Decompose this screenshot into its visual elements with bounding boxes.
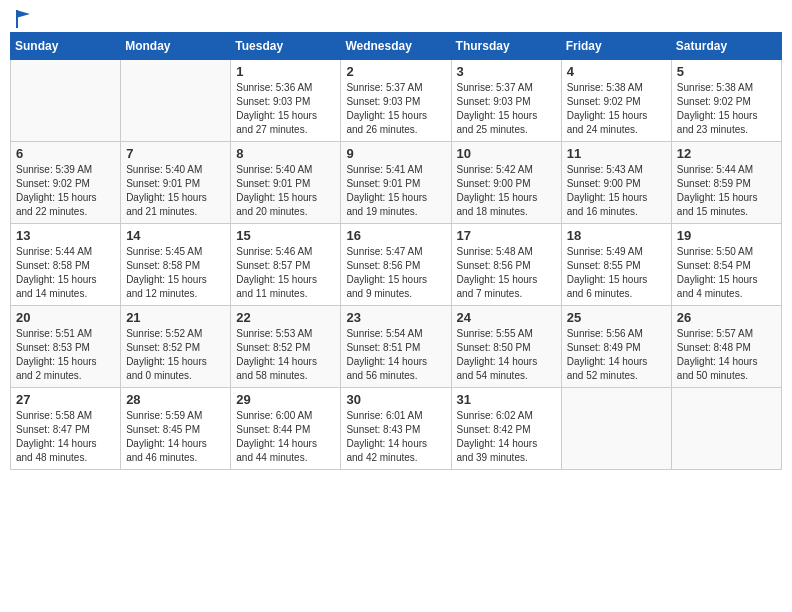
calendar-week-row: 6Sunrise: 5:39 AM Sunset: 9:02 PM Daylig… [11,142,782,224]
day-number: 18 [567,228,666,243]
day-number: 8 [236,146,335,161]
column-header-sunday: Sunday [11,33,121,60]
day-number: 17 [457,228,556,243]
day-number: 10 [457,146,556,161]
day-info: Sunrise: 5:47 AM Sunset: 8:56 PM Dayligh… [346,245,445,301]
calendar-cell: 14Sunrise: 5:45 AM Sunset: 8:58 PM Dayli… [121,224,231,306]
day-info: Sunrise: 5:43 AM Sunset: 9:00 PM Dayligh… [567,163,666,219]
day-info: Sunrise: 5:46 AM Sunset: 8:57 PM Dayligh… [236,245,335,301]
calendar-cell: 8Sunrise: 5:40 AM Sunset: 9:01 PM Daylig… [231,142,341,224]
calendar-cell: 18Sunrise: 5:49 AM Sunset: 8:55 PM Dayli… [561,224,671,306]
day-info: Sunrise: 6:01 AM Sunset: 8:43 PM Dayligh… [346,409,445,465]
column-header-tuesday: Tuesday [231,33,341,60]
calendar-cell: 20Sunrise: 5:51 AM Sunset: 8:53 PM Dayli… [11,306,121,388]
day-info: Sunrise: 5:44 AM Sunset: 8:58 PM Dayligh… [16,245,115,301]
calendar-cell [121,60,231,142]
day-info: Sunrise: 5:41 AM Sunset: 9:01 PM Dayligh… [346,163,445,219]
day-info: Sunrise: 5:58 AM Sunset: 8:47 PM Dayligh… [16,409,115,465]
day-number: 28 [126,392,225,407]
day-info: Sunrise: 5:51 AM Sunset: 8:53 PM Dayligh… [16,327,115,383]
day-number: 19 [677,228,776,243]
day-number: 26 [677,310,776,325]
svg-rect-1 [16,10,18,28]
day-number: 22 [236,310,335,325]
day-number: 9 [346,146,445,161]
calendar-cell [671,388,781,470]
calendar-cell: 16Sunrise: 5:47 AM Sunset: 8:56 PM Dayli… [341,224,451,306]
calendar-cell: 12Sunrise: 5:44 AM Sunset: 8:59 PM Dayli… [671,142,781,224]
calendar-cell: 6Sunrise: 5:39 AM Sunset: 9:02 PM Daylig… [11,142,121,224]
day-info: Sunrise: 5:57 AM Sunset: 8:48 PM Dayligh… [677,327,776,383]
day-number: 25 [567,310,666,325]
day-number: 21 [126,310,225,325]
calendar-cell: 19Sunrise: 5:50 AM Sunset: 8:54 PM Dayli… [671,224,781,306]
day-number: 1 [236,64,335,79]
day-number: 3 [457,64,556,79]
calendar-cell: 28Sunrise: 5:59 AM Sunset: 8:45 PM Dayli… [121,388,231,470]
calendar-cell: 29Sunrise: 6:00 AM Sunset: 8:44 PM Dayli… [231,388,341,470]
calendar-week-row: 27Sunrise: 5:58 AM Sunset: 8:47 PM Dayli… [11,388,782,470]
day-info: Sunrise: 5:38 AM Sunset: 9:02 PM Dayligh… [677,81,776,137]
calendar-week-row: 1Sunrise: 5:36 AM Sunset: 9:03 PM Daylig… [11,60,782,142]
calendar-cell: 13Sunrise: 5:44 AM Sunset: 8:58 PM Dayli… [11,224,121,306]
day-info: Sunrise: 5:37 AM Sunset: 9:03 PM Dayligh… [346,81,445,137]
day-number: 11 [567,146,666,161]
calendar-cell: 5Sunrise: 5:38 AM Sunset: 9:02 PM Daylig… [671,60,781,142]
day-number: 27 [16,392,115,407]
calendar-cell: 27Sunrise: 5:58 AM Sunset: 8:47 PM Dayli… [11,388,121,470]
day-info: Sunrise: 6:02 AM Sunset: 8:42 PM Dayligh… [457,409,556,465]
day-info: Sunrise: 5:52 AM Sunset: 8:52 PM Dayligh… [126,327,225,383]
calendar-cell: 4Sunrise: 5:38 AM Sunset: 9:02 PM Daylig… [561,60,671,142]
day-number: 2 [346,64,445,79]
column-header-wednesday: Wednesday [341,33,451,60]
day-number: 13 [16,228,115,243]
calendar-cell: 30Sunrise: 6:01 AM Sunset: 8:43 PM Dayli… [341,388,451,470]
calendar-cell: 17Sunrise: 5:48 AM Sunset: 8:56 PM Dayli… [451,224,561,306]
day-info: Sunrise: 5:42 AM Sunset: 9:00 PM Dayligh… [457,163,556,219]
day-info: Sunrise: 5:40 AM Sunset: 9:01 PM Dayligh… [126,163,225,219]
day-number: 15 [236,228,335,243]
page-header [10,10,782,24]
calendar-week-row: 13Sunrise: 5:44 AM Sunset: 8:58 PM Dayli… [11,224,782,306]
calendar-cell: 11Sunrise: 5:43 AM Sunset: 9:00 PM Dayli… [561,142,671,224]
day-number: 4 [567,64,666,79]
day-number: 20 [16,310,115,325]
day-info: Sunrise: 5:45 AM Sunset: 8:58 PM Dayligh… [126,245,225,301]
calendar-cell: 15Sunrise: 5:46 AM Sunset: 8:57 PM Dayli… [231,224,341,306]
day-info: Sunrise: 5:59 AM Sunset: 8:45 PM Dayligh… [126,409,225,465]
calendar-cell: 26Sunrise: 5:57 AM Sunset: 8:48 PM Dayli… [671,306,781,388]
day-number: 16 [346,228,445,243]
day-info: Sunrise: 5:38 AM Sunset: 9:02 PM Dayligh… [567,81,666,137]
day-number: 31 [457,392,556,407]
day-info: Sunrise: 5:39 AM Sunset: 9:02 PM Dayligh… [16,163,115,219]
calendar-cell: 9Sunrise: 5:41 AM Sunset: 9:01 PM Daylig… [341,142,451,224]
calendar-cell: 10Sunrise: 5:42 AM Sunset: 9:00 PM Dayli… [451,142,561,224]
svg-marker-0 [16,10,30,18]
column-header-monday: Monday [121,33,231,60]
day-number: 23 [346,310,445,325]
day-info: Sunrise: 6:00 AM Sunset: 8:44 PM Dayligh… [236,409,335,465]
calendar-week-row: 20Sunrise: 5:51 AM Sunset: 8:53 PM Dayli… [11,306,782,388]
day-info: Sunrise: 5:44 AM Sunset: 8:59 PM Dayligh… [677,163,776,219]
calendar-cell: 24Sunrise: 5:55 AM Sunset: 8:50 PM Dayli… [451,306,561,388]
day-info: Sunrise: 5:56 AM Sunset: 8:49 PM Dayligh… [567,327,666,383]
calendar-cell: 21Sunrise: 5:52 AM Sunset: 8:52 PM Dayli… [121,306,231,388]
day-info: Sunrise: 5:48 AM Sunset: 8:56 PM Dayligh… [457,245,556,301]
calendar-cell: 23Sunrise: 5:54 AM Sunset: 8:51 PM Dayli… [341,306,451,388]
column-header-saturday: Saturday [671,33,781,60]
day-number: 12 [677,146,776,161]
day-number: 24 [457,310,556,325]
calendar-cell: 2Sunrise: 5:37 AM Sunset: 9:03 PM Daylig… [341,60,451,142]
calendar-cell: 1Sunrise: 5:36 AM Sunset: 9:03 PM Daylig… [231,60,341,142]
calendar-header-row: SundayMondayTuesdayWednesdayThursdayFrid… [11,33,782,60]
calendar-cell: 7Sunrise: 5:40 AM Sunset: 9:01 PM Daylig… [121,142,231,224]
day-info: Sunrise: 5:40 AM Sunset: 9:01 PM Dayligh… [236,163,335,219]
day-number: 14 [126,228,225,243]
calendar-cell: 22Sunrise: 5:53 AM Sunset: 8:52 PM Dayli… [231,306,341,388]
column-header-friday: Friday [561,33,671,60]
calendar-cell: 31Sunrise: 6:02 AM Sunset: 8:42 PM Dayli… [451,388,561,470]
day-number: 29 [236,392,335,407]
day-number: 7 [126,146,225,161]
calendar-cell [11,60,121,142]
day-info: Sunrise: 5:37 AM Sunset: 9:03 PM Dayligh… [457,81,556,137]
